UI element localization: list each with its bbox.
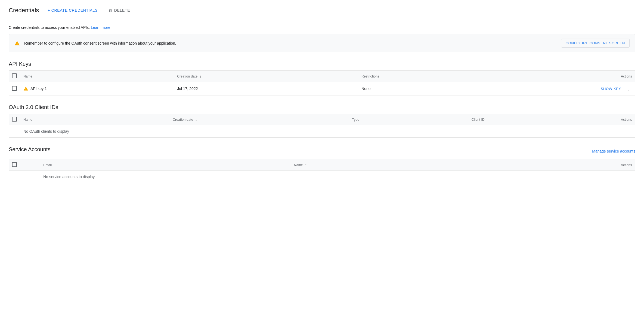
create-credentials-button[interactable]: + CREATE CREDENTIALS <box>45 7 100 14</box>
api-keys-actions-col: Actions <box>543 71 635 82</box>
header-divider <box>0 21 644 21</box>
api-key-warning-icon <box>23 86 28 91</box>
sa-no-data-cell: No service accounts to display <box>40 171 635 183</box>
alert-message: Remember to configure the OAuth consent … <box>24 41 176 45</box>
service-accounts-section: Service Accounts Manage service accounts… <box>9 146 635 183</box>
sa-select-all-col <box>9 159 40 171</box>
sa-email-col: Email <box>40 159 291 171</box>
oauth-date-col[interactable]: Creation date ↓ <box>169 114 349 125</box>
sa-name-sort-arrow: ↑ <box>305 163 306 167</box>
page-header: Credentials + CREATE CREDENTIALS 🗑 DELET… <box>9 7 635 14</box>
api-key-name-cell: API key 1 <box>20 82 174 95</box>
alert-banner: Remember to configure the OAuth consent … <box>9 34 635 52</box>
service-accounts-header: Service Accounts Manage service accounts <box>9 146 635 156</box>
learn-more-link[interactable]: Learn more <box>91 25 110 30</box>
warning-icon <box>14 41 20 46</box>
oauth-clients-table: Name Creation date ↓ Type Client ID Acti… <box>9 114 635 138</box>
oauth-clients-section: OAuth 2.0 Client IDs Name Creation date … <box>9 104 635 138</box>
oauth-name-col: Name <box>20 114 169 125</box>
oauth-clients-title: OAuth 2.0 Client IDs <box>9 104 635 110</box>
sa-actions-col: Actions <box>541 159 635 171</box>
oauth-select-all-checkbox[interactable] <box>12 117 17 122</box>
sa-name-col[interactable]: Name ↑ <box>291 159 541 171</box>
api-key-1-checkbox[interactable] <box>12 86 17 91</box>
subtitle-text: Create credentials to access your enable… <box>9 25 635 30</box>
row-checkbox-cell <box>9 82 20 95</box>
page-title: Credentials <box>9 7 39 14</box>
api-keys-select-all-col <box>9 71 20 82</box>
oauth-no-data-row: No OAuth clients to display <box>9 125 635 138</box>
oauth-date-sort-arrow: ↓ <box>195 118 197 122</box>
api-keys-header-row: Name Creation date ↓ Restrictions Action… <box>9 71 635 82</box>
api-keys-select-all-checkbox[interactable] <box>12 73 17 78</box>
api-keys-name-col: Name <box>20 71 174 82</box>
sa-no-data-row: No service accounts to display <box>9 171 635 183</box>
show-key-button[interactable]: SHOW KEY <box>599 86 623 92</box>
service-accounts-table: Email Name ↑ Actions No service accounts… <box>9 159 635 183</box>
api-key-actions-cell: SHOW KEY ⋮ <box>543 82 635 95</box>
api-key-more-button[interactable]: ⋮ <box>624 85 632 92</box>
configure-consent-screen-button[interactable]: CONFIGURE CONSENT SCREEN <box>561 39 630 48</box>
delete-icon: 🗑 <box>109 8 113 13</box>
oauth-type-col: Type <box>349 114 468 125</box>
oauth-header-row: Name Creation date ↓ Type Client ID Acti… <box>9 114 635 125</box>
sa-select-all-checkbox[interactable] <box>12 162 17 167</box>
date-sort-arrow: ↓ <box>200 75 201 78</box>
delete-button[interactable]: 🗑 DELETE <box>106 7 132 14</box>
oauth-actions-col: Actions <box>618 114 635 125</box>
alert-left: Remember to configure the OAuth consent … <box>14 41 176 46</box>
api-keys-section: API Keys Name Creation date ↓ Restrictio… <box>9 61 635 95</box>
service-accounts-title: Service Accounts <box>9 146 50 153</box>
api-key-restrictions-cell: None <box>358 82 543 95</box>
table-row: API key 1 Jul 17, 2022 None SHOW KEY ⋮ <box>9 82 635 95</box>
api-keys-restrictions-col: Restrictions <box>358 71 543 82</box>
oauth-select-all-col <box>9 114 20 125</box>
service-accounts-header-row: Email Name ↑ Actions <box>9 159 635 171</box>
oauth-clientid-col: Client ID <box>468 114 618 125</box>
api-key-date-cell: Jul 17, 2022 <box>174 82 358 95</box>
manage-service-accounts-link[interactable]: Manage service accounts <box>592 149 635 153</box>
api-keys-date-col[interactable]: Creation date ↓ <box>174 71 358 82</box>
oauth-no-data-cell: No OAuth clients to display <box>20 125 635 138</box>
api-keys-table: Name Creation date ↓ Restrictions Action… <box>9 70 635 95</box>
api-keys-title: API Keys <box>9 61 635 67</box>
